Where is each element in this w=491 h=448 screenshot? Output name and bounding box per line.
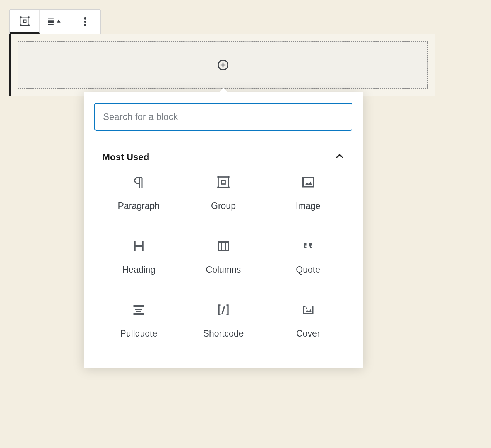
- svg-point-3: [20, 24, 21, 26]
- svg-marker-31: [305, 309, 312, 313]
- block-grid: Paragraph Group Image: [94, 172, 352, 342]
- toolbar-align-button[interactable]: [40, 10, 70, 34]
- block-item-heading[interactable]: Heading: [98, 236, 179, 278]
- svg-rect-21: [221, 181, 225, 184]
- svg-point-12: [84, 24, 86, 26]
- svg-rect-16: [218, 177, 228, 188]
- columns-icon: [216, 239, 230, 255]
- pullquote-icon: [132, 303, 146, 318]
- block-editor-canvas: [9, 9, 435, 96]
- block-item-label: Shortcode: [203, 328, 244, 339]
- block-appender[interactable]: [18, 41, 428, 89]
- more-icon: [80, 16, 91, 27]
- section-header[interactable]: Most Used: [94, 142, 352, 172]
- svg-point-2: [28, 16, 29, 18]
- svg-rect-30: [134, 313, 144, 315]
- block-toolbar: [9, 9, 101, 34]
- svg-point-18: [228, 176, 230, 178]
- svg-rect-24: [218, 242, 228, 250]
- block-item-label: Quote: [296, 265, 320, 275]
- block-inserter-popover: Most Used Paragraph Group: [84, 92, 363, 368]
- chevron-up-icon: [335, 151, 345, 163]
- shortcode-icon: [216, 303, 230, 318]
- svg-point-20: [228, 186, 230, 188]
- block-item-label: Cover: [296, 328, 320, 339]
- block-item-label: Columns: [206, 265, 241, 275]
- svg-marker-9: [57, 20, 60, 22]
- block-item-group[interactable]: Group: [183, 172, 264, 214]
- block-item-pullquote[interactable]: Pullquote: [98, 300, 179, 342]
- block-item-columns[interactable]: Columns: [183, 236, 264, 278]
- svg-marker-23: [305, 182, 312, 185]
- toolbar-more-button[interactable]: [70, 10, 100, 34]
- svg-rect-0: [21, 17, 29, 25]
- block-item-label: Image: [296, 201, 321, 211]
- block-item-label: Paragraph: [118, 201, 160, 211]
- svg-point-32: [306, 307, 307, 309]
- block-item-cover[interactable]: Cover: [268, 300, 349, 342]
- selected-group-block[interactable]: [9, 34, 435, 96]
- toolbar-block-type-button[interactable]: [10, 10, 40, 34]
- block-item-label: Pullquote: [120, 328, 157, 339]
- svg-point-19: [217, 186, 219, 188]
- block-item-quote[interactable]: Quote: [268, 236, 349, 278]
- block-item-shortcode[interactable]: Shortcode: [183, 300, 264, 342]
- svg-rect-29: [136, 311, 141, 312]
- align-icon: [47, 16, 63, 27]
- svg-point-1: [20, 16, 21, 18]
- svg-rect-7: [48, 21, 54, 23]
- search-input[interactable]: [94, 103, 352, 131]
- block-item-paragraph[interactable]: Paragraph: [98, 172, 179, 214]
- image-icon: [301, 175, 315, 191]
- quote-icon: [301, 239, 315, 255]
- block-item-label: Group: [211, 201, 236, 211]
- group-icon: [19, 16, 30, 27]
- block-item-image[interactable]: Image: [268, 172, 349, 214]
- svg-rect-28: [135, 309, 142, 310]
- heading-icon: [132, 239, 146, 255]
- svg-rect-22: [303, 178, 313, 187]
- paragraph-icon: [132, 175, 146, 191]
- svg-point-4: [28, 24, 29, 26]
- svg-rect-27: [134, 305, 144, 307]
- section-title: Most Used: [102, 152, 149, 162]
- group-icon: [216, 175, 230, 191]
- cover-icon: [301, 303, 315, 318]
- plus-circle-icon: [217, 59, 229, 71]
- svg-rect-5: [23, 20, 26, 22]
- svg-point-17: [217, 176, 219, 178]
- svg-point-10: [84, 18, 86, 20]
- most-used-section: Most Used Paragraph Group: [94, 142, 352, 361]
- block-item-label: Heading: [122, 265, 155, 275]
- svg-point-11: [84, 21, 86, 23]
